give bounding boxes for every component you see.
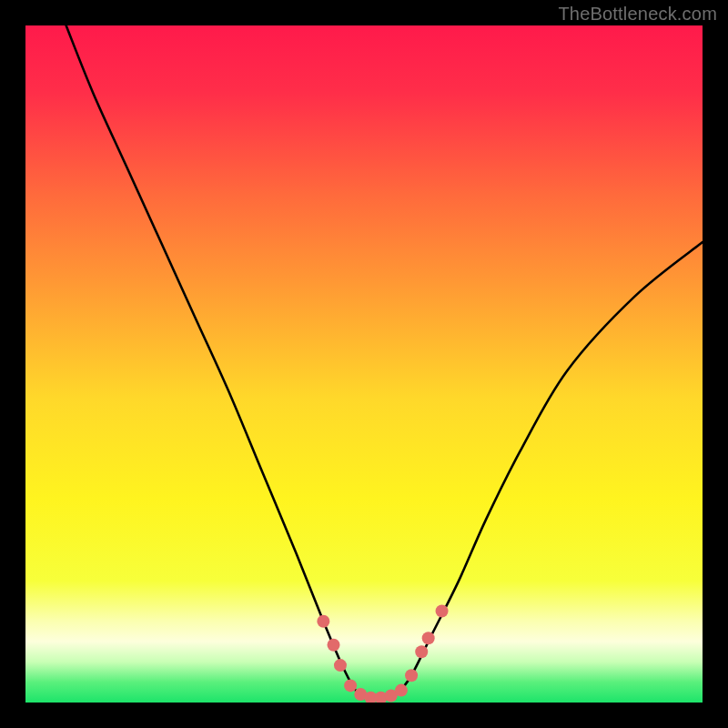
curve-marker <box>395 684 408 697</box>
curve-marker <box>344 679 357 692</box>
gradient-background <box>25 25 703 703</box>
curve-marker <box>405 669 418 682</box>
watermark-text: TheBottleneck.com <box>558 4 717 25</box>
curve-marker <box>328 639 340 652</box>
curve-marker <box>422 632 435 644</box>
plot-area <box>25 25 703 703</box>
curve-marker <box>317 615 329 628</box>
curve-marker <box>415 645 428 658</box>
chart-frame: TheBottleneck.com <box>0 0 728 728</box>
bottleneck-chart <box>25 25 703 703</box>
curve-marker <box>334 659 347 672</box>
curve-marker <box>436 605 449 618</box>
